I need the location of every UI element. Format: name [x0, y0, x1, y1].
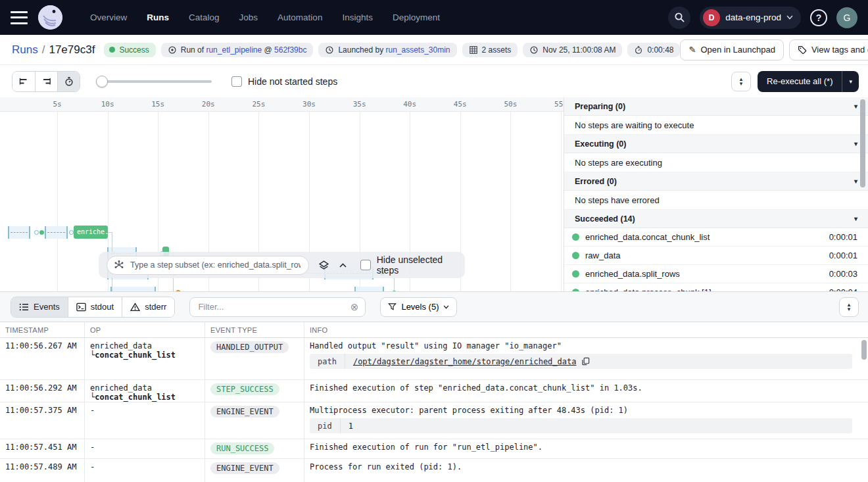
gantt-queued-range[interactable] [8, 226, 30, 239]
events-panel-resize-button[interactable]: ▴▾ [839, 297, 859, 317]
tab-stderr[interactable]: stderr [122, 297, 174, 317]
view-mode-flat-button[interactable] [12, 72, 35, 91]
hide-not-started-checkbox[interactable] [231, 76, 242, 87]
tag-run-of: Run of run_etl_pipeline @ 562f39bc [161, 43, 314, 57]
tab-events[interactable]: Events [11, 297, 68, 317]
hide-unselected-checkbox[interactable] [360, 260, 371, 270]
section-succeeded[interactable]: Succeeded (14)▾ [564, 210, 868, 228]
hamburger-menu-icon[interactable] [11, 11, 28, 24]
succeeded-step-row[interactable]: raw_data 0:00:01 [564, 247, 868, 265]
event-info: Multiprocess executor: parent process ex… [304, 402, 868, 439]
breadcrumb-separator: / [42, 43, 45, 56]
event-type: STEP_SUCCESS [205, 380, 304, 402]
clock-icon [529, 45, 539, 55]
slider-knob[interactable] [96, 76, 108, 87]
step-duration: 0:00:01 [829, 232, 857, 242]
caret-down-icon: ▾ [849, 78, 852, 85]
slider-track[interactable] [96, 80, 212, 83]
view-mode-waterfall-button[interactable] [35, 72, 57, 91]
step-name[interactable]: enriched_data.concat_chunk_list [585, 232, 710, 242]
collapse-overlay-button[interactable] [339, 262, 347, 268]
step-name[interactable]: enriched_data.split_rows [585, 269, 680, 279]
chevron-down-icon [786, 15, 793, 20]
steps-panel-scrollbar[interactable] [860, 99, 865, 187]
stopwatch-icon [64, 76, 74, 87]
event-type-badge: RUN_SUCCESS [210, 443, 274, 454]
copy-button[interactable] [581, 357, 590, 366]
gridline [510, 112, 511, 291]
nav-item-insights[interactable]: Insights [342, 12, 373, 22]
log-filter-input[interactable] [197, 301, 350, 312]
hide-unselected-label: Hide unselected steps [377, 254, 465, 276]
primary-nav: Overview Runs Catalog Jobs Automation In… [90, 12, 440, 22]
workspace-avatar: D [703, 9, 720, 26]
log-filter-box[interactable]: ⊗ [189, 297, 366, 317]
succeeded-step-row[interactable]: enriched_data.process_chunk [1] 0:00:04 [564, 283, 868, 291]
storage-path-link[interactable]: /opt/dagster/dagster_home/storage/enrich… [353, 357, 577, 366]
clear-filter-icon[interactable]: ⊗ [350, 301, 359, 313]
tab-stdout[interactable]: stdout [68, 297, 122, 317]
reexecute-dropdown-button[interactable]: ▾ [842, 71, 859, 92]
succeeded-step-row[interactable]: enriched_data.concat_chunk_list 0:00:01 [564, 228, 868, 247]
event-log-table: TIMESTAMP OP EVENT TYPE INFO 11:00:56.26… [0, 322, 868, 482]
panel-resize-button[interactable]: ▴▾ [731, 72, 751, 91]
event-row: 11:00:57.451 AM - RUN_SUCCESS Finished e… [0, 439, 868, 459]
copy-icon [581, 357, 590, 366]
axis-tick: 45s [449, 100, 471, 108]
events-scrollbar[interactable] [861, 340, 867, 360]
axis-tick: 5s [46, 100, 68, 108]
schedule-link[interactable]: run_assets_30min [385, 45, 450, 55]
event-op: - [84, 439, 205, 458]
nav-item-jobs[interactable]: Jobs [239, 12, 258, 22]
section-preparing[interactable]: Preparing (0)▾ [564, 97, 868, 116]
gantt-chart[interactable]: 5s10s15s20s25s30s35s40s45s50s55s enriche… [0, 97, 564, 291]
workspace-name: data-eng-prod [725, 12, 781, 22]
event-type: HANDLED_OUTPUT [205, 338, 304, 379]
gantt-queued-range[interactable] [354, 287, 384, 292]
open-in-launchpad-button[interactable]: ✎ Open in Launchpad [680, 39, 783, 60]
view-mode-timed-button[interactable] [57, 72, 80, 91]
breadcrumb-runs-link[interactable]: Runs [12, 43, 38, 56]
layers-button[interactable] [318, 260, 329, 271]
nav-item-automation[interactable]: Automation [277, 12, 322, 22]
tag-assets: 2 assets [462, 43, 518, 57]
user-avatar[interactable]: G [836, 7, 857, 28]
event-op: - [84, 459, 205, 482]
event-type: RUN_SUCCESS [205, 439, 304, 458]
steps-status-panel: Preparing (0)▾ No steps are waiting to e… [564, 97, 868, 291]
workspace-switcher[interactable]: D data-eng-prod [700, 7, 801, 29]
gantt-queued-range[interactable] [110, 287, 156, 292]
event-type-badge: HANDLED_OUTPUT [210, 341, 289, 353]
gantt-zoom-slider[interactable] [96, 76, 212, 87]
section-errored[interactable]: Errored (0)▾ [564, 172, 868, 191]
nav-item-runs[interactable]: Runs [147, 12, 169, 22]
step-subset-overlay: Hide unselected steps [99, 252, 465, 278]
view-tags-config-button[interactable]: View tags and config [789, 39, 868, 60]
axis-tick: 55s [550, 100, 564, 108]
succeeded-step-row[interactable]: enriched_data.split_rows 0:00:03 [564, 265, 868, 283]
event-op: enriched_data└concat_chunk_list [84, 380, 205, 402]
event-type: ENGINE_EVENT [205, 402, 304, 439]
collapse-caret-icon: ▾ [854, 178, 857, 185]
commit-link[interactable]: 562f39bc [274, 45, 306, 55]
gantt-step-bar-labeled[interactable]: enriche. [74, 226, 108, 239]
tag-icon [798, 45, 807, 55]
nav-item-catalog[interactable]: Catalog [189, 12, 220, 22]
gantt-queued-range[interactable] [45, 226, 68, 239]
nav-item-overview[interactable]: Overview [90, 12, 127, 22]
nav-item-deployment[interactable]: Deployment [393, 12, 440, 22]
reexecute-all-button[interactable]: Re-execute all (*) [758, 71, 842, 92]
step-subset-inputbox[interactable] [107, 256, 309, 275]
help-button[interactable]: ? [810, 9, 827, 26]
step-name[interactable]: raw_data [585, 251, 620, 260]
search-button[interactable] [668, 7, 690, 29]
event-list-icon [19, 302, 29, 312]
step-subset-input[interactable] [129, 260, 302, 270]
metadata-key: path [310, 354, 345, 369]
pipeline-link[interactable]: run_etl_pipeline [206, 45, 262, 55]
section-executing[interactable]: Executing (0)▾ [564, 135, 868, 153]
dagster-logo[interactable] [38, 5, 62, 30]
metadata-key: pid [310, 418, 341, 433]
event-metadata-box: path /opt/dagster/dagster_home/storage/e… [310, 354, 852, 369]
levels-filter-button[interactable]: Levels (5) [380, 297, 457, 317]
